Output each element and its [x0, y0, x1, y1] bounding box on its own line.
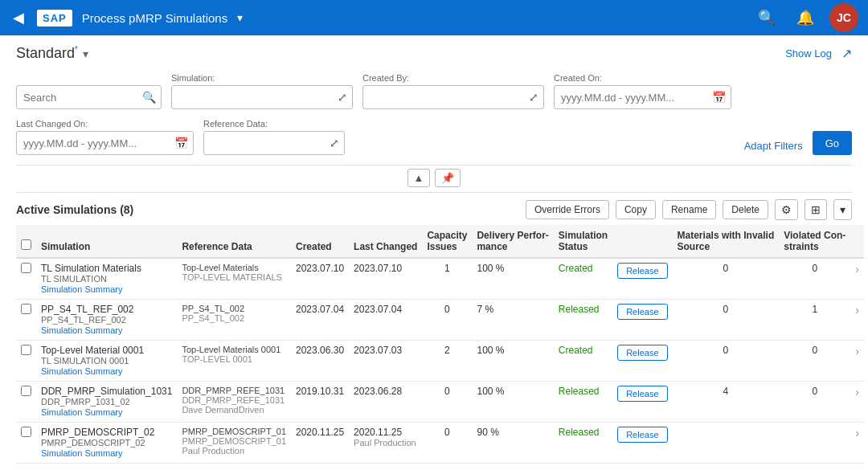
page-title-dropdown[interactable]: ▾: [83, 47, 88, 60]
last-changed-cell-2: 2023.07.03: [349, 341, 422, 382]
mat-invalid-cell-3: 4: [673, 382, 780, 423]
reference-data-cell-3: DDR_PMRP_REFE_1031 DDR_PMRP_REFE_1031 Da…: [177, 382, 291, 423]
table-actions: Override Errors Copy Rename Delete ⚙ ⊞ ▾: [526, 199, 852, 220]
search-nav-button[interactable]: 🔍: [752, 3, 781, 32]
last-changed-calendar-button[interactable]: 📅: [170, 137, 193, 149]
release-button-4[interactable]: Release: [617, 427, 667, 443]
top-navigation: ◀ SAP Process pMRP Simulations ▾ 🔍 🔔 JC: [0, 0, 868, 35]
release-button-0[interactable]: Release: [617, 263, 667, 279]
simulation-name-0: TL Simulation Materials: [41, 263, 172, 274]
user-avatar-button[interactable]: JC: [829, 3, 858, 32]
release-btn-cell-4: Release: [612, 423, 672, 464]
table-settings-button[interactable]: ⚙: [775, 199, 798, 220]
share-button[interactable]: ↗: [841, 46, 852, 61]
adapt-filters-button[interactable]: Adapt Filters: [744, 140, 803, 155]
created-on-input[interactable]: [555, 92, 707, 104]
violated-cell-2: 0: [779, 341, 850, 382]
simulation-name-1: PP_S4_TL_REF_002: [41, 304, 172, 315]
row-chevron-right-3[interactable]: ›: [855, 386, 859, 398]
reference-data-input[interactable]: [204, 137, 325, 149]
capacity-issues-cell-1: 0: [422, 300, 472, 341]
status-badge-2: Created: [559, 345, 593, 356]
row-checkbox-2[interactable]: [21, 345, 31, 355]
go-button[interactable]: Go: [813, 131, 852, 155]
page-title-area: Standard* ▾: [16, 45, 88, 62]
reference-data-filter-group: Reference Data: ⤢: [203, 119, 345, 155]
col-capacity-issues: CapacityIssues: [422, 225, 472, 258]
release-button-2[interactable]: Release: [617, 345, 667, 361]
table-expand-button[interactable]: ▾: [833, 199, 852, 220]
simulation-summary-link-0[interactable]: Simulation Summary: [41, 284, 122, 294]
simulation-expand-button[interactable]: ⤢: [333, 91, 352, 104]
show-log-button[interactable]: Show Log: [785, 47, 832, 59]
status-badge-4: Released: [559, 427, 600, 438]
capacity-issues-cell-0: 1: [422, 258, 472, 300]
simulation-input-wrap: ⤢: [171, 85, 353, 109]
table-header: Simulation Reference Data Created Last C…: [16, 225, 864, 258]
collapse-up-button[interactable]: ▲: [407, 169, 431, 187]
row-nav-cell-0: ›: [850, 258, 864, 300]
simulation-label: Simulation:: [171, 73, 353, 83]
table-view-button[interactable]: ⊞: [805, 199, 827, 220]
simulation-summary-link-3[interactable]: Simulation Summary: [41, 407, 122, 417]
row-chevron-right-2[interactable]: ›: [855, 345, 859, 358]
ref-data-2-0: TOP-LEVEL MATERIALS: [182, 272, 286, 282]
ref-data-1-2: Top-Level Materials 0001: [182, 345, 286, 354]
release-button-3[interactable]: Release: [617, 386, 667, 402]
reference-data-cell-2: Top-Level Materials 0001 TOP-LEVEL 0001: [177, 341, 291, 382]
release-button-1[interactable]: Release: [617, 304, 667, 320]
row-checkbox-4[interactable]: [21, 427, 31, 437]
created-by-expand-button[interactable]: ⤢: [524, 91, 543, 104]
copy-button[interactable]: Copy: [616, 200, 656, 219]
row-chevron-right-1[interactable]: ›: [855, 304, 859, 317]
mat-invalid-cell-0: 0: [673, 258, 780, 300]
rename-button[interactable]: Rename: [662, 200, 716, 219]
row-checkbox-3[interactable]: [21, 386, 31, 396]
simulation-cell-0: TL Simulation Materials TL SIMULATION Si…: [36, 258, 177, 300]
created-cell-4: 2020.11.25: [291, 423, 349, 464]
simulation-summary-link-4[interactable]: Simulation Summary: [41, 448, 122, 458]
table-row: Top-Level Material 0001 TL SIMULATION 00…: [16, 341, 864, 382]
reference-data-input-wrap: ⤢: [203, 131, 345, 155]
status-cell-3: Released: [554, 382, 612, 423]
last-changed-input[interactable]: [17, 137, 170, 149]
violated-cell-0: 0: [779, 258, 850, 300]
last-changed-cell-1: 2023.07.04: [349, 300, 422, 341]
pin-button[interactable]: 📌: [435, 169, 461, 187]
row-nav-cell-1: ›: [850, 300, 864, 341]
created-on-calendar-button[interactable]: 📅: [707, 91, 731, 104]
row-chevron-right-4[interactable]: ›: [855, 427, 859, 439]
simulation-summary-link-1[interactable]: Simulation Summary: [41, 325, 122, 335]
ref-data-3-4: Paul Production: [182, 446, 286, 456]
page-header: Standard* ▾ Show Log ↗: [16, 45, 852, 62]
violated-cell-3: 0: [779, 382, 850, 423]
override-errors-button[interactable]: Override Errors: [526, 200, 609, 219]
simulation-summary-link-2[interactable]: Simulation Summary: [41, 366, 122, 376]
row-checkbox-1[interactable]: [21, 304, 31, 314]
app-dropdown-button[interactable]: ▾: [237, 11, 243, 24]
back-button[interactable]: ◀: [10, 6, 27, 30]
created-by-input-wrap: ⤢: [362, 85, 544, 109]
ref-data-2-2: TOP-LEVEL 0001: [182, 354, 286, 364]
table-title: Active Simulations (8): [16, 203, 133, 216]
created-cell-1: 2023.07.04: [291, 300, 349, 341]
simulation-input[interactable]: [172, 92, 333, 104]
notifications-button[interactable]: 🔔: [791, 3, 820, 32]
created-by-input[interactable]: [363, 92, 524, 104]
ref-data-2-3: DDR_PMRP_REFE_1031: [182, 395, 286, 405]
created-on-input-wrap: 📅: [554, 85, 731, 109]
search-input[interactable]: [17, 92, 137, 104]
reference-data-cell-4: PMRP_DEMOSCRIPT_01 PMRP_DEMOSCRIPT_01 Pa…: [177, 423, 291, 464]
search-icon-button[interactable]: 🔍: [137, 91, 161, 104]
header-actions: Show Log ↗: [785, 46, 852, 61]
select-all-checkbox[interactable]: [21, 239, 31, 250]
reference-data-expand-button[interactable]: ⤢: [325, 137, 344, 149]
violated-cell-4: [779, 423, 850, 464]
delete-button[interactable]: Delete: [723, 200, 768, 219]
col-reference-data: Reference Data: [177, 225, 291, 258]
app-title: Process pMRP Simulations: [82, 11, 227, 25]
row-checkbox-0[interactable]: [21, 263, 31, 273]
table-row: DDR_PMRP_Simulation_1031 DDR_PMRP_1031_0…: [16, 382, 864, 423]
row-chevron-right-0[interactable]: ›: [855, 263, 859, 276]
table-header-row: Active Simulations (8) Override Errors C…: [16, 199, 852, 220]
